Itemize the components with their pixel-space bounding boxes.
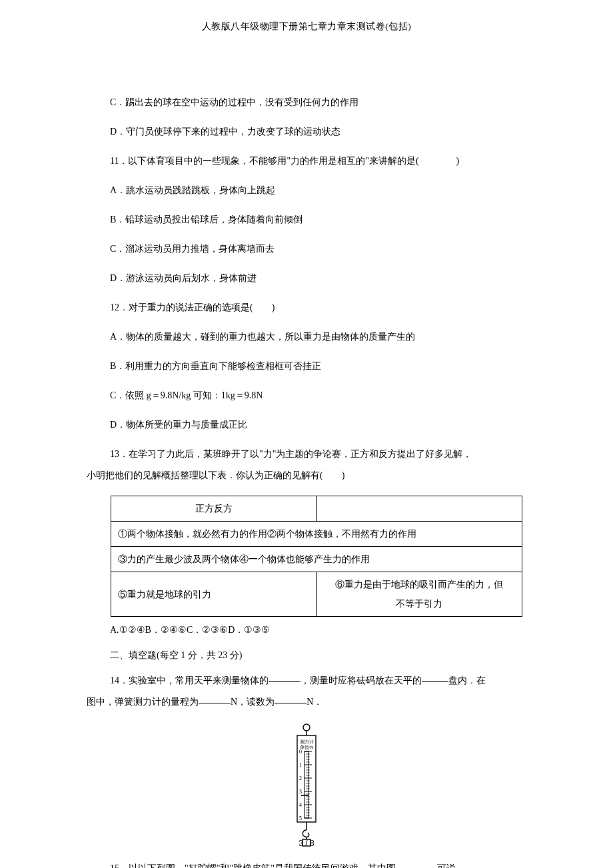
content: C．踢出去的球在空中运动的过程中，没有受到任何力的作用 D．守门员使球停下来的过… <box>87 33 526 868</box>
svg-text:0: 0 <box>299 749 302 755</box>
q12-option-d: D．物体所受的重力与质量成正比 <box>87 416 526 434</box>
blank <box>275 694 306 703</box>
table-cell-line: 不等于引力 <box>321 597 518 611</box>
svg-point-0 <box>303 724 310 731</box>
svg-text:2: 2 <box>299 775 302 781</box>
q11-stem: 11．以下体育项目中的一些现象，不能够用"力的作用是相互的"来讲解的是( ) <box>87 152 526 171</box>
q14-text-f: N． <box>306 697 322 707</box>
section-2-title: 二、填空题(每空 1 分，共 23 分) <box>87 646 526 665</box>
table-cell: ①两个物体接触，就必然有力的作用②两个物体接触，不用然有力的作用 <box>111 522 522 547</box>
table-row: ①两个物体接触，就必然有力的作用②两个物体接触，不用然有力的作用 <box>111 522 522 547</box>
table-row: 正方反方 <box>111 496 522 522</box>
blank <box>269 673 301 682</box>
svg-text:4: 4 <box>299 802 302 808</box>
q10-option-c: C．踢出去的球在空中运动的过程中，没有受到任何力的作用 <box>87 93 526 112</box>
table-row: ⑤重力就是地球的引力 ⑥重力是由于地球的吸引而产生的力，但 不等于引力 <box>111 572 522 617</box>
q12-option-a: A．物体的质量越大，碰到的重力也越大，所以重力是由物体的质量产生的 <box>87 328 526 346</box>
blank <box>199 694 231 703</box>
dynamometer-figure: 测力计 单位/N 012345 <box>87 722 526 853</box>
svg-rect-5 <box>305 751 308 818</box>
q13-stem-b: 小明把他们的见解概括整理以下表．你认为正确的见解有( ) <box>87 466 526 485</box>
table-cell: ⑤重力就是地球的引力 <box>111 572 317 617</box>
q11-option-a: A．跳水运动员践踏跳板，身体向上跳起 <box>87 181 526 200</box>
table-row: ③力的产生最少波及两个物体④一个物体也能够产生力的作用 <box>111 547 522 572</box>
q14-text-c: 盘内．在 <box>448 675 486 685</box>
page-number: 3 / 8 <box>299 839 314 848</box>
q14-line1: 14．实验室中，常用天平来测量物体的，测量时应将砝码放在天平的盘内．在 <box>87 671 526 690</box>
q11-option-b: B．铅球运动员投出铅球后，身体随着向前倾倒 <box>87 211 526 229</box>
q14-text-b: ，测量时应将砝码放在天平的 <box>301 675 422 685</box>
q14-text-d: 图中，弹簧测力计的量程为 <box>87 697 199 707</box>
q13-options: A.①②④B．②④⑥C．②③⑥D．①③⑤ <box>87 621 526 640</box>
table-cell: ③力的产生最少波及两个物体④一个物体也能够产生力的作用 <box>111 547 522 572</box>
blank <box>422 673 448 682</box>
table-cell-line: ⑥重力是由于地球的吸引而产生的力，但 <box>321 578 518 592</box>
dynamometer-icon: 测力计 单位/N 012345 <box>288 722 325 849</box>
q15-text-b: 可说 <box>437 863 456 868</box>
q14-text-a: 14．实验室中，常用天平来测量物体的 <box>110 675 269 685</box>
q12-option-b: B．利用重力的方向垂直向下能够检查相框可否挂正 <box>87 357 526 376</box>
table-cell <box>316 496 522 522</box>
q12-stem: 12．对于重力的说法正确的选项是( ) <box>87 298 526 317</box>
q14-line2: 图中，弹簧测力计的量程为N，读数为N． <box>87 693 526 711</box>
svg-text:测力计: 测力计 <box>300 739 314 745</box>
q10-option-d: D．守门员使球停下来的过程中，力改变了球的运动状态 <box>87 123 526 141</box>
svg-text:3: 3 <box>299 789 302 795</box>
svg-text:5: 5 <box>299 815 302 821</box>
page-header: 人教版八年级物理下册第七章力章末测试卷(包括) <box>87 0 526 33</box>
q15-line: 15．以以下列图，"打陀螺"和"跳橡皮筋"是我国传统民间游戏，其中图可说 <box>87 859 526 868</box>
q13-stem-a: 13．在学习了力此后，某班睁开了以"力"为主题的争论赛，正方和反方提出了好多见解… <box>87 445 526 464</box>
svg-text:1: 1 <box>299 762 302 768</box>
q13-table: 正方反方 ①两个物体接触，就必然有力的作用②两个物体接触，不用然有力的作用 ③力… <box>111 496 522 617</box>
q15-text-a: 15．以以下列图，"打陀螺"和"跳橡皮筋"是我国传统民间游戏，其中图 <box>110 863 396 868</box>
table-cell: ⑥重力是由于地球的吸引而产生的力，但 不等于引力 <box>316 572 522 617</box>
q11-option-d: D．游泳运动员向后划水，身体前进 <box>87 269 526 288</box>
page-footer: 3 / 8 <box>0 837 613 849</box>
q11-option-c: C．溜冰运动员用力推墙，身体离墙而去 <box>87 240 526 258</box>
q14-text-e: N，读数为 <box>231 697 275 707</box>
blank <box>396 861 437 868</box>
header-title: 人教版八年级物理下册第七章力章末测试卷(包括) <box>202 21 412 31</box>
table-cell: 正方反方 <box>111 496 317 522</box>
q12-option-c: C．依照 g＝9.8N/kg 可知：1kg＝9.8N <box>87 386 526 405</box>
